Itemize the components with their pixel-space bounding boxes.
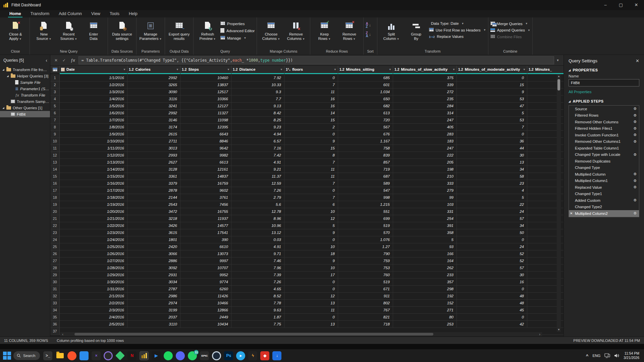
step-settings-gear-icon[interactable]: ⚙: [633, 107, 637, 111]
cell[interactable]: 16759: [180, 180, 231, 187]
cell[interactable]: 2974: [127, 300, 180, 306]
cell[interactable]: 7.7: [231, 96, 284, 102]
collapse-queries-panel-icon[interactable]: ‹: [46, 58, 47, 63]
menu-tab-transform[interactable]: Transform: [26, 11, 54, 17]
cell[interactable]: 1/1/2016: [60, 74, 127, 81]
cell[interactable]: 390: [180, 236, 231, 243]
cell[interactable]: 6610: [180, 243, 231, 250]
cell[interactable]: 3199: [127, 307, 180, 313]
cell[interactable]: 2420: [127, 243, 180, 250]
cell[interactable]: 152: [393, 300, 457, 306]
cell[interactable]: 1/21/2016: [60, 215, 127, 222]
cell[interactable]: 44: [457, 145, 527, 152]
cell[interactable]: 15: [284, 117, 338, 123]
taskbar-icon-red-diamond-app[interactable]: ◆: [260, 351, 269, 360]
taskbar-icon-terminal[interactable]: >_: [43, 351, 52, 360]
row-number[interactable]: 7: [50, 117, 60, 123]
cell[interactable]: 4: [457, 187, 527, 194]
button-data-source-settings[interactable]: ⚙Data source settings: [110, 19, 134, 49]
vertical-scroll-thumb[interactable]: [557, 79, 560, 90]
filter-chevron-icon[interactable]: ▼: [227, 68, 230, 71]
cell[interactable]: 12395: [180, 124, 231, 130]
cell[interactable]: 1801: [127, 236, 180, 243]
button-enter-data[interactable]: Enter Data: [82, 19, 106, 49]
applied-step-removed-duplicates[interactable]: Removed Duplicates: [569, 158, 639, 165]
row-number[interactable]: 18: [50, 194, 60, 201]
cell[interactable]: 1/16/2016: [60, 180, 127, 187]
row-number[interactable]: 20: [50, 208, 60, 215]
cell[interactable]: 699: [338, 215, 393, 222]
cell[interactable]: 1.076: [338, 236, 393, 243]
cell[interactable]: 48: [457, 300, 527, 306]
row-number[interactable]: 11: [50, 145, 60, 152]
cell[interactable]: 14837: [180, 173, 231, 180]
filter-chevron-icon[interactable]: ▼: [523, 68, 526, 71]
applied-step-filtered-hidden-files1[interactable]: Filtered Hidden Files1⚙: [569, 125, 639, 132]
cell[interactable]: 3361: [127, 173, 180, 180]
button-choose-columns[interactable]: Choose Columns▼: [259, 19, 283, 49]
cell[interactable]: 233: [393, 272, 457, 278]
cell[interactable]: 13: [284, 321, 338, 327]
row-number[interactable]: 4: [50, 96, 60, 102]
cell[interactable]: 5: [284, 222, 338, 229]
cell[interactable]: 676: [338, 131, 393, 137]
cell[interactable]: 205: [393, 159, 457, 166]
cell[interactable]: 10466: [180, 300, 231, 306]
cell[interactable]: 9642: [180, 145, 231, 152]
scroll-up-icon[interactable]: ▲: [557, 74, 560, 78]
cell[interactable]: 758: [338, 145, 393, 152]
applied-step-changed-type-with-locale[interactable]: Changed Type with Locale⚙: [569, 152, 639, 158]
cell[interactable]: 3174: [127, 124, 180, 130]
cell[interactable]: 198: [393, 166, 457, 173]
taskbar-icon-epic-games[interactable]: EPIC: [200, 351, 209, 360]
taskbar-icon-vscode[interactable]: [79, 351, 89, 360]
cell[interactable]: 14577: [180, 222, 231, 229]
column-header-calories[interactable]: 1.2Calories▼: [127, 66, 180, 73]
cell[interactable]: 551: [338, 208, 393, 215]
cell[interactable]: 391: [393, 222, 457, 229]
cell[interactable]: 1.167: [338, 138, 393, 144]
taskbar-icon-purple-x-app[interactable]: ×: [92, 351, 101, 360]
cell[interactable]: 1/22/2016: [60, 222, 127, 229]
cell[interactable]: 13: [284, 300, 338, 306]
row-number[interactable]: 23: [50, 229, 60, 236]
query-name-input[interactable]: [569, 79, 639, 86]
taskbar-icon-round-purple-app[interactable]: [104, 351, 113, 360]
cell[interactable]: 16: [284, 103, 338, 109]
cell[interactable]: 6: [284, 201, 338, 208]
button-append-queries[interactable]: Append Queries▼: [490, 28, 530, 32]
cell[interactable]: 11: [284, 173, 338, 180]
button-keep-rows[interactable]: ✓Keep Rows▼: [312, 19, 336, 49]
cell[interactable]: 57: [457, 215, 527, 222]
cell[interactable]: 3146: [127, 117, 180, 123]
cell[interactable]: 5: [393, 236, 457, 243]
cell[interactable]: 3265: [127, 81, 180, 88]
cell[interactable]: 7: [284, 81, 338, 88]
collapse-steps-icon[interactable]: ◢: [569, 100, 571, 103]
cell[interactable]: 0: [284, 187, 338, 194]
column-header-minutes_of_moderate_activity[interactable]: 1.2Minutes_of_moderate_activity▼: [457, 66, 527, 73]
taskbar-icon-telegram[interactable]: ▸: [236, 351, 245, 360]
row-number[interactable]: 8: [50, 124, 60, 130]
row-number[interactable]: 13: [50, 159, 60, 166]
menu-tab-view[interactable]: View: [87, 11, 105, 17]
cell[interactable]: 1/29/2016: [60, 272, 127, 278]
applied-step-filtered-rows[interactable]: Filtered Rows⚙: [569, 112, 639, 119]
cell[interactable]: 12161: [180, 166, 231, 173]
taskbar-icon-discord[interactable]: [176, 351, 185, 360]
cell[interactable]: 687: [338, 173, 393, 180]
cell[interactable]: 1/8/2016: [60, 124, 127, 130]
row-number[interactable]: 35: [50, 314, 60, 320]
column-header-steps[interactable]: 1.2Steps▼: [180, 66, 231, 73]
cell[interactable]: 1/6/2016: [60, 110, 127, 116]
cell[interactable]: 48: [457, 293, 527, 299]
cell[interactable]: 11.37: [231, 173, 284, 180]
cell[interactable]: 80: [393, 314, 457, 320]
start-button[interactable]: [3, 351, 11, 360]
cell[interactable]: 9602: [180, 187, 231, 194]
button-recent-sources[interactable]: ◷Recent Sources▼: [57, 19, 81, 49]
cell[interactable]: 1/11/2016: [60, 145, 127, 152]
cell[interactable]: 0: [284, 74, 338, 81]
row-number[interactable]: 29: [50, 272, 60, 278]
cell[interactable]: 7.26: [231, 279, 284, 285]
